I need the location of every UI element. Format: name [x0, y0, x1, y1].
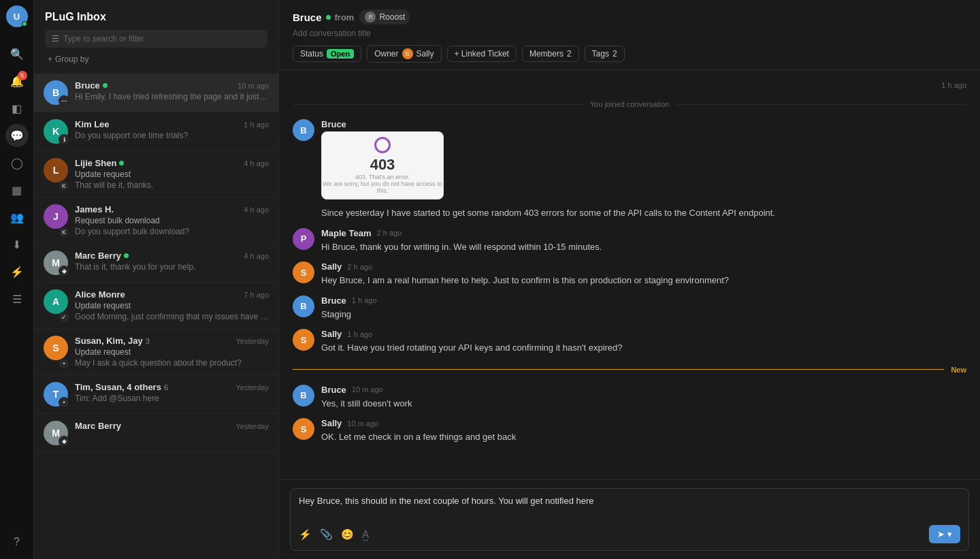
download-icon[interactable]: ⬇ [5, 233, 29, 256]
conv-header-row: Susan, Kim, Jay 3 Yesterday [75, 336, 269, 346]
message-row: B Bruce 403 403. That's an error.We are … [293, 119, 966, 220]
conv-name: Alice Monre [75, 289, 125, 300]
conversation-item[interactable]: M ◆ Marc Berry 4 h ago That is it, thank… [34, 244, 278, 283]
owner-avatar: S [402, 48, 413, 59]
conv-header-row: Lijie Shen 4 h ago [75, 158, 269, 168]
conversation-item[interactable]: M ◆ Marc Berry Yesterday [34, 414, 278, 453]
send-button[interactable]: ➤ ▾ [929, 525, 960, 543]
message-body: Sally 2 h ago Hey Bruce, I am a real hum… [321, 261, 966, 287]
conversation-title-input[interactable]: Add conversation title [293, 29, 966, 38]
message-header: Bruce 10 m ago [321, 385, 966, 395]
conv-preview: Do you support one time trials? [75, 131, 269, 140]
from-label: from [335, 12, 355, 22]
search-icon[interactable]: 🔍 [5, 42, 29, 65]
conv-time: 4 h ago [244, 206, 269, 214]
members-pill[interactable]: Members 2 [522, 46, 579, 62]
tags-pill[interactable]: Tags 2 [585, 46, 625, 62]
conv-name: Lijie Shen [75, 158, 124, 168]
compose-box: ⚡ 📎 😊 A̲ ➤ ▾ [290, 488, 969, 551]
conversation-list: B — Bruce 10 m ago Hi Emily, I have trie… [34, 74, 278, 559]
users-icon[interactable]: 👥 [5, 206, 29, 229]
conversation-item[interactable]: B — Bruce 10 m ago Hi Emily, I have trie… [34, 74, 278, 112]
conversation-item[interactable]: T • Tim, Susan, 4 others 6 Yesterday Tim… [34, 375, 278, 414]
avatar-badge: K [59, 227, 69, 238]
message-body: Bruce 1 h ago Staging [321, 296, 966, 321]
bell-icon[interactable]: 🔔 5 [5, 69, 29, 93]
message-text: OK. Let me check in on a few things and … [321, 430, 966, 444]
conv-preview: Tim: Add @Susan here [75, 394, 269, 403]
message-body: Maple Team 2 h ago Hi Bruce, thank you f… [321, 228, 966, 254]
message-time: 1 h ago [347, 330, 372, 338]
conv-content: Kim Lee 1 h ago Do you support one time … [75, 119, 269, 144]
group-by-label: Group by [55, 54, 88, 64]
message-text: Hi Bruce, thank you for writing in. We w… [321, 240, 966, 254]
message-sender: Bruce [321, 296, 346, 306]
conv-preview: That will be it, thanks. [75, 180, 269, 190]
chart-icon[interactable]: ◧ [5, 97, 29, 120]
conv-name: Tim, Susan, 4 others 6 [75, 382, 168, 392]
group-by-button[interactable]: + Group by [45, 50, 267, 68]
status-label: Status [300, 49, 323, 59]
format-icon[interactable]: A̲ [362, 528, 369, 541]
chat-icon[interactable]: 💬 [5, 124, 29, 147]
user-avatar[interactable]: U [6, 5, 28, 27]
link-icon[interactable]: 📎 [320, 528, 333, 541]
lightning-icon[interactable]: ⚡ [5, 260, 29, 283]
help-icon[interactable]: ? [5, 530, 29, 554]
conversation-item[interactable]: L K Lijie Shen 4 h ago Update request Th… [34, 151, 278, 197]
sidebar-nav: U 🔍 🔔 5 ◧ 💬 ◯ ▦ 👥 ⬇ ⚡ ☰ ? [0, 0, 34, 559]
conv-header-row: Marc Berry Yesterday [75, 421, 269, 431]
inbox-header: PLuG Inbox ☰ Type to search or filter + … [34, 0, 278, 74]
emoji-icon[interactable]: 😊 [341, 528, 354, 541]
avatar-badge: • [59, 358, 69, 369]
conv-name: Marc Berry [75, 251, 129, 261]
conv-time: 10 m ago [238, 82, 269, 90]
conversation-item[interactable]: A ✓ Alice Monre 7 h ago Update request G… [34, 283, 278, 329]
conv-name: Marc Berry [75, 421, 121, 431]
conv-avatar: B — [44, 80, 68, 105]
message-text: Staging [321, 308, 966, 321]
new-badge: New [951, 366, 966, 374]
conversation-item[interactable]: S • Susan, Kim, Jay 3 Yesterday Update r… [34, 329, 278, 375]
error-image: 403 403. That's an error.We are sorry, b… [321, 131, 444, 199]
attachment-icon[interactable]: ⚡ [299, 528, 312, 541]
message-sender: Maple Team [321, 228, 371, 238]
conv-content: Lijie Shen 4 h ago Update request That w… [75, 158, 269, 190]
divider-line-right [676, 104, 966, 105]
message-body: Sally 1 h ago Got it. Have you tried rot… [321, 329, 966, 355]
linked-ticket-pill[interactable]: + Linked Ticket [447, 46, 517, 62]
message-header: Bruce [321, 119, 966, 129]
message-time: 10 m ago [352, 385, 383, 394]
error-circle-icon [374, 137, 391, 153]
compose-input[interactable] [299, 496, 960, 517]
owner-name: Sally [416, 49, 434, 59]
send-dropdown-icon: ▾ [947, 529, 952, 539]
message-body: Bruce 10 m ago Yes, it still doesn't wor… [321, 385, 966, 411]
message-avatar: S [293, 261, 314, 283]
avatar-badge: ◆ [59, 436, 69, 447]
message-row: S Sally 2 h ago Hey Bruce, I am a real h… [293, 261, 966, 287]
conv-content: Marc Berry Yesterday [75, 421, 269, 445]
inbox-panel: PLuG Inbox ☰ Type to search or filter + … [34, 0, 279, 559]
message-text: Yes, it still doesn't work [321, 397, 966, 411]
avatar-img: A [44, 289, 68, 314]
conversation-item[interactable]: J K James H. 4 h ago Request bulk downlo… [34, 197, 278, 244]
conversation-item[interactable]: K ℹ Kim Lee 1 h ago Do you support one t… [34, 112, 278, 151]
conv-subject: Update request [75, 170, 269, 179]
error-message: 403. That's an error.We are sorry, but y… [322, 174, 443, 194]
status-pill[interactable]: Status Open [293, 46, 361, 62]
conv-avatar: M ◆ [44, 421, 68, 445]
conv-header-row: Marc Berry 4 h ago [75, 251, 269, 261]
search-icon: ☰ [52, 34, 59, 44]
new-divider: New [293, 366, 966, 374]
search-bar[interactable]: ☰ Type to search or filter [45, 30, 267, 48]
owner-pill[interactable]: Owner S Sally [367, 45, 441, 63]
divider-line-left [293, 104, 583, 105]
members-count: 2 [567, 49, 572, 59]
main-conversation: Bruce from R Rooost Add conversation tit… [279, 0, 980, 559]
conv-subject: Request bulk download [75, 216, 269, 225]
time-label: 1 h ago [293, 81, 966, 89]
list-icon[interactable]: ☰ [5, 287, 29, 310]
clock-icon[interactable]: ◯ [5, 151, 29, 174]
calendar-icon[interactable]: ▦ [5, 178, 29, 202]
